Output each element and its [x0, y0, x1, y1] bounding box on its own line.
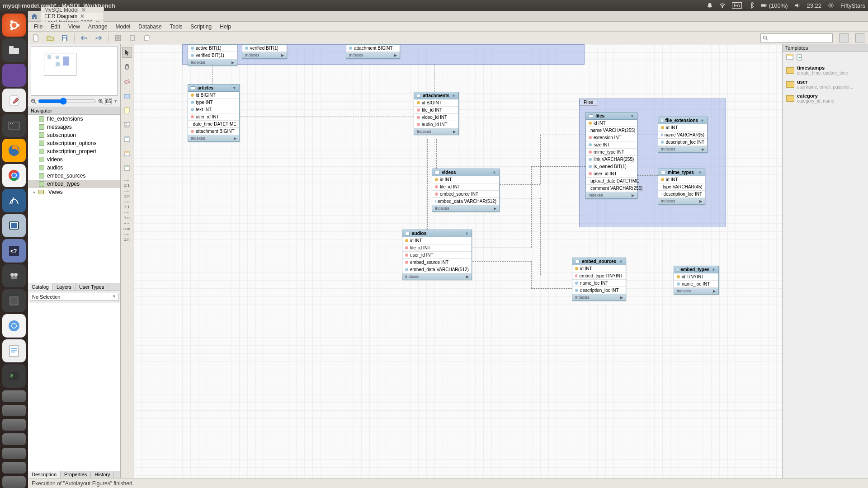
launcher-chrome-icon[interactable] [2, 164, 26, 187]
column-row[interactable]: embed_type TINYINT [572, 272, 626, 280]
indexes-section[interactable]: Indexes▶ [432, 205, 499, 211]
column-row[interactable]: attachment BIGINT [346, 45, 400, 52]
entity-table[interactable]: attachments▼id BIGINTfile_id INTvideo_id… [414, 92, 459, 135]
column-row[interactable]: id INT [572, 265, 626, 272]
column-row[interactable]: file_id INT [432, 183, 499, 191]
open-folder-icon[interactable] [45, 33, 55, 43]
property-tab[interactable]: Description [28, 471, 61, 478]
column-row[interactable]: id BIGINT [414, 99, 458, 107]
indexes-section[interactable]: Indexes▶ [188, 59, 237, 66]
column-row[interactable]: embed_source INT [432, 191, 499, 198]
catalog-item[interactable]: messages [28, 123, 120, 131]
expand-icon[interactable]: ▶ [453, 130, 456, 134]
entity-table[interactable]: attachment BIGINTIndexes▶ [346, 44, 400, 59]
indexes-section[interactable]: Indexes▶ [674, 288, 718, 294]
user-menu[interactable]: FiftyStars [840, 2, 865, 9]
entity-header[interactable]: articles▼ [188, 84, 239, 92]
volume-icon[interactable] [794, 2, 801, 9]
menu-item[interactable]: View [64, 23, 84, 30]
template-table-icon[interactable] [786, 54, 793, 61]
panel-toggle-left-icon[interactable] [839, 33, 849, 42]
column-row[interactable]: description_loc INT [658, 191, 705, 198]
keyboard-layout[interactable]: En [732, 2, 741, 9]
pointer-tool-icon[interactable] [122, 47, 132, 58]
column-row[interactable]: text INT [188, 106, 239, 113]
column-row[interactable]: is_owned BIT(1) [586, 163, 637, 170]
menu-item[interactable]: Edit [47, 23, 64, 30]
column-row[interactable]: video_id INT [414, 114, 458, 121]
expand-icon[interactable]: ▶ [620, 296, 623, 300]
column-row[interactable]: user_id INT [402, 252, 472, 259]
collapse-icon[interactable]: ▼ [452, 94, 456, 98]
collapse-icon[interactable]: ▼ [232, 86, 236, 90]
collapse-icon[interactable]: ▼ [465, 231, 469, 236]
launcher-files-icon[interactable] [2, 38, 26, 61]
column-row[interactable]: id INT [658, 176, 705, 183]
network-icon[interactable] [719, 2, 726, 9]
zoom-in-icon[interactable] [98, 99, 104, 104]
expand-icon[interactable]: ▶ [713, 289, 716, 293]
indexes-section[interactable]: Indexes▶ [346, 52, 400, 58]
catalog-item[interactable]: videos [28, 155, 120, 164]
notification-icon[interactable] [707, 2, 713, 9]
column-row[interactable]: id INT [658, 124, 707, 131]
column-row[interactable]: embed_source INT [402, 259, 472, 266]
launcher-stack-icon[interactable] [2, 462, 26, 474]
column-row[interactable]: id TINYINT [674, 273, 718, 281]
zoom-out-icon[interactable] [31, 99, 36, 104]
catalog-item[interactable]: file_extensions [28, 115, 120, 123]
template-item[interactable]: timestampscreate_time, update_time [783, 63, 868, 77]
column-row[interactable]: verified BIT(1) [242, 45, 287, 52]
column-row[interactable]: type VARCHAR(45) [658, 183, 705, 191]
relation-tool-icon[interactable]: 1:n [122, 210, 132, 221]
expand-icon[interactable]: ▶ [632, 193, 634, 197]
launcher-app-icon[interactable] [2, 64, 26, 87]
column-row[interactable]: embed_data VARCHAR(512) [432, 198, 499, 205]
zoom-slider[interactable] [38, 98, 96, 105]
launcher-workbench-icon[interactable] [2, 189, 26, 212]
menu-item[interactable]: Model [112, 23, 135, 30]
launcher-gedit-icon[interactable] [2, 89, 26, 112]
collapse-icon[interactable]: ▼ [630, 114, 634, 118]
relation-tool-icon[interactable]: 1:1 [122, 177, 132, 188]
column-row[interactable]: user_id INT [586, 170, 637, 178]
entity-table[interactable]: mime_types▼id INTtype VARCHAR(45)descrip… [658, 169, 705, 205]
column-row[interactable]: name_loc INT [572, 280, 626, 287]
search-input[interactable] [760, 33, 833, 42]
column-row[interactable]: name_loc INT [674, 281, 718, 288]
menu-item[interactable]: Tools [166, 23, 187, 30]
property-tab[interactable]: History [91, 471, 114, 478]
close-icon[interactable]: ✕ [80, 13, 85, 19]
left-bottom-tab[interactable]: Catalog [28, 283, 53, 291]
document-tab[interactable]: MySQL Model✕ [41, 7, 104, 13]
column-row[interactable]: name VARCHAR(255) [586, 127, 637, 134]
catalog-item[interactable]: audios [28, 164, 120, 172]
launcher-ubuntu-button[interactable] [2, 14, 26, 37]
entity-header[interactable]: attachments▼ [414, 92, 458, 99]
expand-icon[interactable]: ▶ [494, 206, 496, 211]
indexes-section[interactable]: Indexes▶ [572, 294, 626, 300]
column-row[interactable]: file_id INT [402, 244, 472, 252]
collapse-icon[interactable]: ▼ [492, 170, 496, 175]
column-row[interactable]: user_id INT [188, 113, 239, 121]
indexes-section[interactable]: Indexes▶ [402, 273, 472, 280]
relation-tool-icon[interactable]: 1:1 [122, 199, 132, 210]
launcher-libreoffice-icon[interactable] [2, 339, 26, 362]
catalog-item[interactable]: embed_types [28, 180, 120, 188]
zoom-dropdown-icon[interactable]: ▼ [113, 99, 118, 103]
menu-item[interactable]: Arrange [84, 23, 112, 30]
entity-table[interactable]: verified BIT(1)Indexes▶ [242, 44, 287, 59]
template-item[interactable]: categorycategory_id, name [783, 91, 868, 105]
template-adddoc-icon[interactable]: + [796, 54, 802, 61]
launcher-stack-icon[interactable] [2, 448, 26, 460]
diagram-overview[interactable] [31, 46, 118, 96]
entity-table[interactable]: embed_sources▼id INTembed_type TINYINTna… [572, 258, 626, 301]
launcher-chromium-icon[interactable] [2, 314, 26, 337]
entity-header[interactable]: videos▼ [432, 169, 499, 176]
grid-icon[interactable] [113, 33, 123, 43]
menu-item[interactable]: File [30, 23, 47, 30]
expand-icon[interactable]: ▶ [702, 147, 704, 151]
column-row[interactable]: description_loc INT [658, 139, 707, 146]
property-tab[interactable]: Properties [61, 471, 91, 478]
column-row[interactable]: audio_id INT [414, 121, 458, 128]
